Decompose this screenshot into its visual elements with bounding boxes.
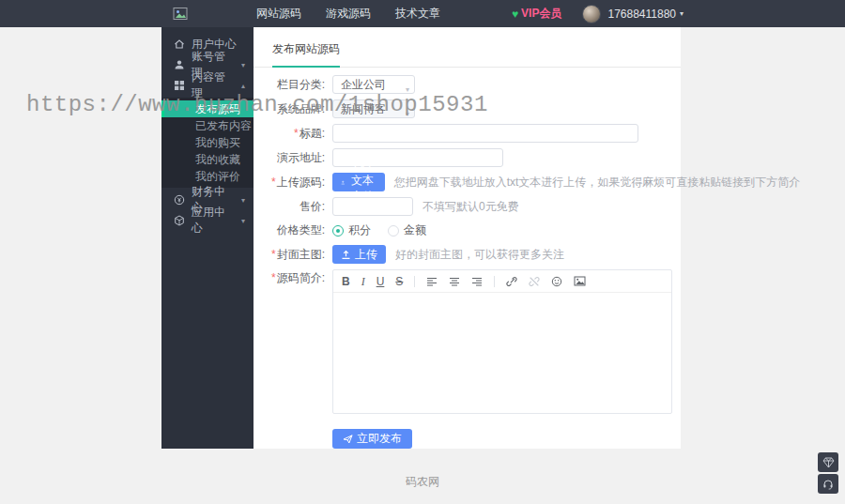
price-type-radio-group: 积分 金额 [332, 222, 426, 238]
txt-upload-button[interactable]: TXT文本上传 [332, 173, 385, 191]
nav-item-tech-articles[interactable]: 技术文章 [395, 6, 440, 22]
radio-points-label: 积分 [348, 222, 371, 238]
chevron-down-icon: ▾ [406, 106, 409, 118]
price-hint-text: 不填写默认0元免费 [422, 198, 519, 216]
chevron-down-icon[interactable]: ▾ [680, 9, 684, 18]
upload-source-label: *上传源码: [267, 174, 325, 191]
submenu-item-published-content[interactable]: 已发布内容 [161, 117, 254, 134]
user-icon [174, 59, 185, 70]
upload-icon [341, 250, 351, 260]
publish-now-button-label: 立即发布 [357, 431, 402, 447]
customer-service-float-button[interactable] [818, 474, 838, 494]
cover-image-label: *封面主图: [267, 246, 325, 264]
required-marker: * [294, 127, 299, 140]
navbar-menu: 网站源码 游戏源码 技术文章 [256, 6, 440, 22]
required-marker: * [271, 248, 276, 261]
navbar-right: ♥ VIP会员 17688411880 ▾ [512, 5, 684, 23]
chevron-down-icon: ▾ [241, 61, 245, 69]
radio-dot-icon [332, 225, 344, 237]
title-input[interactable] [332, 124, 638, 143]
headset-icon [822, 479, 834, 490]
site-logo-broken-image-icon[interactable] [173, 7, 189, 21]
bold-icon[interactable]: B [342, 276, 350, 287]
chevron-down-icon: ▾ [241, 217, 245, 225]
brand-selected-value: 新闻博客 [341, 102, 386, 115]
align-center-icon[interactable] [449, 277, 460, 286]
sidebar-item-app-center[interactable]: 应用中心 ▾ [161, 210, 254, 231]
insert-image-icon[interactable] [574, 276, 586, 286]
link-icon[interactable] [506, 276, 517, 287]
floating-buttons [818, 452, 838, 494]
category-select[interactable]: 企业公司 ▾ [332, 75, 415, 94]
vip-membership-link[interactable]: ♥ VIP会员 [512, 6, 561, 22]
price-type-label: 价格类型: [267, 221, 325, 239]
content-submenu: 发布源码 已发布内容 我的购买 我的收藏 我的评价 [161, 98, 254, 188]
brand-select[interactable]: 新闻博客 ▾ [332, 99, 415, 118]
strikethrough-icon[interactable]: S [395, 276, 403, 287]
publish-now-button[interactable]: 立即发布 [332, 429, 412, 449]
user-avatar[interactable] [582, 5, 601, 23]
submenu-item-my-favorites[interactable]: 我的收藏 [161, 151, 254, 168]
form-row-price: 售价: 不填写默认0元免费 [267, 197, 681, 216]
align-left-icon[interactable] [426, 277, 438, 286]
rich-text-editor: B I U S [332, 269, 672, 414]
nav-item-website-source[interactable]: 网站源码 [256, 6, 301, 22]
send-icon [343, 434, 353, 444]
demo-url-label: 演示地址: [267, 149, 325, 167]
toolbar-divider [494, 276, 495, 287]
top-navbar: 网站源码 游戏源码 技术文章 ♥ VIP会员 17688411880 ▾ [0, 0, 845, 27]
footer-site-name: 码农网 [0, 474, 845, 490]
italic-icon[interactable]: I [361, 276, 365, 287]
form-row-upload-source: *上传源码: TXT文本上传 您把网盘下载地址放入txt文本进行上传，如果觉得麻… [267, 173, 681, 191]
submenu-item-my-purchases[interactable]: 我的购买 [161, 134, 254, 151]
nav-item-game-source[interactable]: 游戏源码 [326, 6, 371, 22]
toolbar-divider [414, 276, 415, 287]
price-input[interactable] [332, 197, 413, 216]
form-row-brand: 系统品牌: 新闻博客 ▾ [267, 99, 681, 118]
page: 网站源码 游戏源码 技术文章 ♥ VIP会员 17688411880 ▾ htt… [0, 0, 845, 504]
upload-icon [341, 177, 346, 188]
intro-label: *源码简介: [267, 269, 325, 287]
cover-hint-text: 好的封面主图，可以获得更多关注 [395, 246, 564, 264]
chevron-up-icon: ▴ [241, 82, 245, 90]
form-row-title: *标题: [267, 124, 681, 143]
cover-upload-button-label: 上传 [355, 247, 377, 263]
vip-float-button[interactable] [818, 452, 838, 472]
brand-label: 系统品牌: [267, 100, 325, 118]
heart-icon: ♥ [512, 8, 518, 21]
apps-icon [174, 215, 185, 226]
submenu-item-publish-source[interactable]: 发布源码 [161, 100, 254, 117]
radio-points[interactable]: 积分 [332, 222, 371, 238]
category-selected-value: 企业公司 [341, 78, 386, 91]
form-row-intro: *源码简介: B I U S [267, 269, 681, 414]
tab-bar: 发布网站源码 [254, 27, 681, 68]
sidebar: 用户中心 账号管理 ▾ 内容管理 ▴ 发布源码 已发布内容 我的购买 我的收藏 … [161, 27, 254, 449]
sidebar-item-label: 内容管理 [192, 69, 235, 101]
price-label: 售价: [267, 198, 325, 216]
home-icon [174, 38, 185, 50]
title-label: *标题: [267, 125, 325, 143]
chevron-down-icon: ▾ [406, 82, 409, 94]
submenu-item-my-reviews[interactable]: 我的评价 [161, 168, 254, 185]
chevron-down-icon: ▾ [241, 196, 245, 205]
unlink-icon[interactable] [529, 276, 540, 287]
user-phone-number[interactable]: 17688411880 [607, 8, 676, 21]
form-row-demo-url: 演示地址: [267, 148, 681, 167]
required-marker: * [271, 271, 276, 284]
broken-image-icon [173, 7, 189, 21]
align-right-icon[interactable] [471, 277, 483, 286]
underline-icon[interactable]: U [376, 276, 385, 287]
emoji-icon[interactable] [551, 276, 562, 287]
radio-money[interactable]: 金额 [388, 222, 426, 238]
sidebar-item-content[interactable]: 内容管理 ▴ [161, 75, 254, 96]
publish-form: 栏目分类: 企业公司 ▾ 系统品牌: 新闻博客 ▾ *标题: 演示地址: [254, 68, 681, 449]
finance-icon [174, 194, 185, 206]
main-panel: 发布网站源码 栏目分类: 企业公司 ▾ 系统品牌: 新闻博客 ▾ *标题: [254, 27, 681, 449]
tab-publish-website-source[interactable]: 发布网站源码 [272, 41, 340, 68]
required-marker: * [271, 176, 276, 189]
upload-hint-text: 您把网盘下载地址放入txt文本进行上传，如果觉得麻烦可直接粘贴链接到下方简介 [394, 174, 801, 191]
category-label: 栏目分类: [267, 76, 325, 94]
editor-content-area[interactable] [333, 293, 671, 413]
navbar-inner: 网站源码 游戏源码 技术文章 ♥ VIP会员 17688411880 ▾ [161, 0, 684, 27]
cover-upload-button[interactable]: 上传 [332, 245, 386, 264]
